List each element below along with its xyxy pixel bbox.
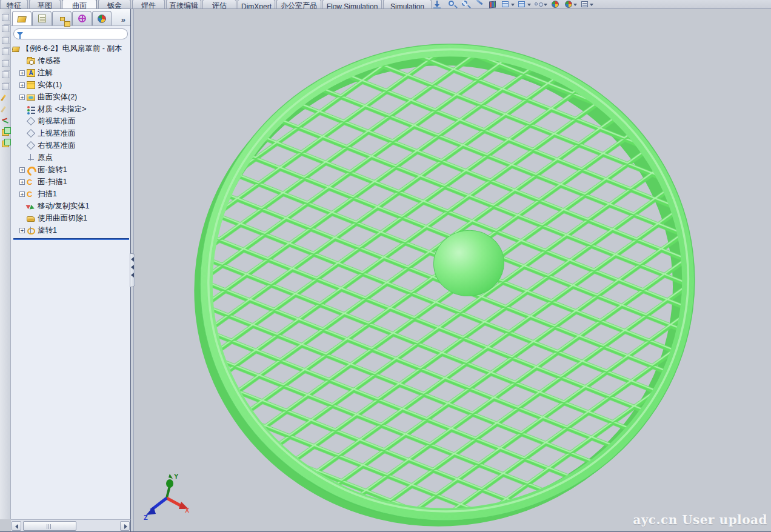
chevron-down-icon[interactable] — [544, 4, 547, 6]
sensors-icon — [27, 58, 35, 64]
tab-direct-editing[interactable]: 直接编辑 — [166, 0, 201, 8]
toolbar-cube-icon-3[interactable] — [2, 37, 9, 44]
chevron-down-icon[interactable] — [511, 4, 515, 6]
tab-surfaces[interactable]: 曲面 — [62, 0, 97, 8]
tree-item-right-plane[interactable]: 右视基准面 — [12, 139, 130, 151]
tab-sketch[interactable]: 草图 — [29, 0, 61, 8]
view-orientation-icon[interactable] — [502, 1, 511, 8]
scrollbar-thumb[interactable] — [23, 521, 76, 531]
scroll-left-arrow[interactable] — [12, 521, 21, 531]
move-copy-icon — [27, 202, 35, 210]
expand-box[interactable]: + — [19, 191, 25, 197]
tree-filter-box[interactable] — [13, 28, 128, 39]
tree-item-surface-bodies[interactable]: + 曲面实体(2) — [12, 91, 130, 103]
tree-item-move-copy-body1[interactable]: 移动/复制实体1 — [12, 200, 130, 212]
zoom-to-area-icon[interactable] — [462, 1, 471, 8]
expand-box[interactable]: + — [19, 167, 25, 173]
tab-dimxpertmanager[interactable] — [72, 11, 92, 25]
watermark-text: ayc.cn User upload — [633, 513, 767, 527]
z-axis-label: Z — [144, 514, 148, 520]
dimxpertmanager-icon — [78, 15, 86, 22]
display-style-icon[interactable] — [518, 1, 527, 8]
tab-features[interactable]: 特征 — [0, 0, 28, 8]
surface-sweep-icon: C — [27, 178, 35, 186]
featuremanager-icon — [17, 16, 27, 22]
tab-featuremanager-tree[interactable] — [12, 11, 32, 25]
tree-root[interactable]: 【例6-6-2】电风扇罩前 - 副本 — [12, 42, 130, 55]
panel-more-chevron[interactable]: » — [121, 15, 129, 25]
graphics-viewport[interactable]: Y X Z ayc.cn User upload — [134, 9, 771, 532]
toolbar-cube-icon-4[interactable] — [2, 48, 9, 55]
tree-item-surface-revolve1[interactable]: + 面-旋转1 — [12, 164, 130, 176]
surface-revolve-icon — [27, 166, 35, 174]
previous-view-icon[interactable] — [475, 1, 484, 8]
bodies-layers-icon-2[interactable] — [2, 141, 9, 147]
toolbar-cube-icon-1[interactable] — [2, 14, 9, 21]
edit-appearance-icon[interactable] — [551, 1, 560, 8]
panel-collapse-handle[interactable] — [130, 253, 135, 287]
tree-item-top-plane[interactable]: 上视基准面 — [12, 127, 130, 139]
sweep-icon: C — [27, 190, 35, 198]
origin-icon — [27, 154, 35, 162]
annotations-icon: A — [27, 69, 35, 77]
tab-configurationmanager[interactable] — [52, 11, 72, 25]
solid-bodies-icon — [27, 81, 35, 89]
section-view-icon[interactable] — [489, 1, 498, 8]
bodies-layers-icon-1[interactable] — [2, 129, 9, 136]
rollback-bar[interactable] — [13, 238, 129, 240]
tab-flow-simulation[interactable]: Flow Simulation — [322, 0, 382, 8]
tab-sheet-metal[interactable]: 钣金 — [98, 0, 131, 8]
chevron-down-icon[interactable] — [590, 4, 593, 6]
toolbar-cube-icon-5[interactable] — [2, 60, 9, 67]
tree-item-front-plane[interactable]: 前视基准面 — [12, 115, 130, 127]
toolbar-polyhedron-icon[interactable] — [2, 83, 9, 90]
tree-item-sensors[interactable]: 传感器 — [12, 55, 130, 67]
chevron-down-icon[interactable] — [527, 4, 531, 6]
tree-item-material[interactable]: 材质 <未指定> — [12, 103, 130, 115]
part-icon — [12, 47, 20, 52]
tree-item-sweep1[interactable]: + C 扫描1 — [12, 188, 130, 200]
sketch-pencil-icon[interactable] — [2, 95, 9, 101]
commandmanager-tab-bar: 特征 草图 曲面 钣金 焊件 直接编辑 评估 DimXpert 办公室产品 Fl… — [0, 0, 771, 9]
zoom-to-fit-icon[interactable] — [449, 1, 458, 8]
tree-item-origin[interactable]: 原点 — [12, 151, 130, 164]
tab-simulation[interactable]: Simulation — [383, 0, 432, 8]
toolbar-cube-icon-2[interactable] — [2, 25, 9, 32]
expand-box[interactable]: + — [19, 179, 25, 185]
tree-item-annotations[interactable]: + A 注解 — [12, 67, 130, 79]
tree-item-cut-with-surface1[interactable]: 使用曲面切除1 — [12, 212, 130, 224]
hide-show-items-icon[interactable] — [535, 1, 544, 8]
tab-propertymanager[interactable] — [32, 11, 52, 25]
sketch-pencil-icon-2[interactable] — [2, 106, 9, 113]
tab-displaymanager[interactable] — [92, 11, 112, 25]
apply-scene-icon[interactable] — [564, 1, 573, 8]
chevron-down-icon[interactable] — [573, 4, 577, 6]
tab-dimxpert[interactable]: DimXpert — [238, 0, 275, 8]
tab-office-products[interactable]: 办公室产品 — [276, 0, 321, 8]
tree-item-solid-bodies[interactable]: + 实体(1) — [12, 79, 130, 91]
expand-box[interactable]: + — [19, 82, 25, 88]
move-entities-icon[interactable] — [2, 118, 9, 124]
feature-tree: 【例6-6-2】电风扇罩前 - 副本 传感器 + A 注解 + 实体(1) + … — [11, 41, 130, 240]
filter-input[interactable] — [23, 30, 127, 38]
expand-box[interactable]: + — [19, 70, 25, 76]
plane-icon — [27, 130, 35, 138]
surface-bodies-icon — [27, 95, 35, 101]
tree-item-revolve1[interactable]: + 旋转1 — [12, 224, 130, 236]
fan-cover-model[interactable] — [134, 9, 771, 532]
tab-evaluate[interactable]: 评估 — [202, 0, 236, 8]
panel-horizontal-scrollbar[interactable] — [11, 519, 131, 531]
tab-weldments[interactable]: 焊件 — [132, 0, 165, 8]
expand-box[interactable]: + — [19, 95, 25, 100]
material-icon — [27, 105, 35, 113]
fan-guard-group[interactable] — [173, 16, 722, 532]
normal-to-icon[interactable] — [435, 1, 444, 8]
tree-item-surface-sweep1[interactable]: + C 面-扫描1 — [12, 176, 130, 188]
toolbar-cube-icon-6[interactable] — [2, 71, 9, 78]
featuremanager-panel: » 【例6-6-2】电风扇罩前 - 副本 传感器 + A 注解 + 实体(1) … — [11, 9, 131, 519]
scroll-right-arrow[interactable] — [120, 521, 130, 531]
view-settings-icon[interactable] — [581, 1, 590, 8]
revolve-icon — [27, 227, 35, 234]
expand-box[interactable]: + — [19, 228, 25, 233]
y-axis-label: Y — [174, 473, 179, 480]
